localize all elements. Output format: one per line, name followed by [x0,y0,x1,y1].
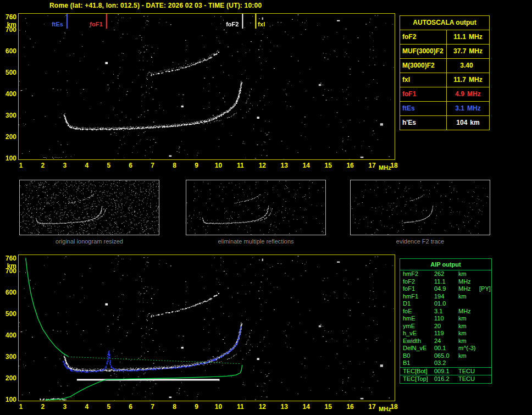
y-tick-label: 300 [1,353,16,361]
autoscala-row-hes: h'Es104km [400,116,489,130]
autoscala-param-label: foF1 [400,87,447,101]
aip-row-foe: foE3.1MHz [400,308,491,316]
autoscala-value-number: 3.1 [455,104,464,112]
x-tick-label: 15 [323,162,334,169]
aip-row-hmf1: hmF1194km [400,293,491,301]
autoscala-value-number: 11.7 [453,76,466,84]
x-tick-label: 14 [301,403,312,411]
aip-param-value: 262 [434,270,458,278]
thumbnail-caption-f2: evidence F2 trace [350,238,490,245]
x-tick-label: 3 [59,403,70,411]
x-tick-label: 1 [15,403,26,411]
aip-param-extra [479,323,491,330]
thumbnail-f2-trace [350,180,490,235]
aip-param-unit: MHz [458,285,479,293]
autoscala-param-value: 11.1MHz [447,30,489,44]
autoscala-value-number: 37.7 [453,47,466,55]
aip-row-hve: h_vE119km [400,330,491,337]
aip-param-label: hmF2 [400,270,434,278]
x-tick-label: 5 [103,162,114,169]
thumbnail-caption-reflections: eliminate multiple reflections [186,238,326,245]
x-tick-label: 12 [257,162,268,169]
aip-row-tecbot: TEC[Bot]009.1TECU [400,367,491,375]
x-tick-label: 3 [59,162,70,169]
x-tick-label: 5 [103,403,114,411]
aip-param-label: B1 [400,359,434,367]
aip-table-title: AIP output [400,259,491,270]
y-axis-unit-label: km [1,262,16,270]
x-axis-unit-label: MHz [379,406,391,412]
aip-param-unit: km [458,323,479,330]
page-title: Rome (lat: +41.8, lon: 012.5) - DATE: 20… [49,2,262,9]
autoscala-value-unit: MHz [467,104,481,112]
autoscala-value-unit: MHz [467,90,481,98]
autoscala-value-number: 3.40 [460,62,473,69]
aip-param-value: 194 [434,293,458,301]
autoscala-value-number: 104 [456,119,467,126]
profile-plot [18,254,395,401]
aip-param-extra [479,278,491,286]
autoscala-param-label: fxI [400,73,447,87]
autoscala-row-muf3000f2: MUF(3000)F237.7MHz [400,45,489,59]
ionogram-main-canvas [19,14,395,159]
aip-param-value: 110 [434,315,458,323]
aip-param-extra [479,293,491,301]
autoscala-param-value: 4.9MHz [447,87,489,101]
autoscala-value-unit: km [470,119,479,126]
autoscala-table-rows: foF211.1MHzMUF(3000)F237.7MHzM(3000)F23.… [400,30,489,130]
aip-param-unit: km [458,330,479,337]
x-tick-label: 1 [15,162,26,169]
aip-row-b0: B0065.0km [400,352,491,360]
autoscala-table-title: AUTOSCALA output [400,16,489,30]
x-tick-label: 8 [169,162,180,169]
autoscala-param-value: 37.7MHz [447,45,489,58]
aip-param-extra [479,308,491,316]
thumbnail-f2-canvas [351,180,490,235]
aip-param-unit [458,359,479,367]
autoscala-row-fof2: foF211.1MHz [400,30,489,45]
y-tick-label: 600 [1,47,16,55]
y-tick-label: 500 [1,69,16,76]
x-tick-label: 9 [191,162,202,169]
x-tick-label: 11 [235,162,246,169]
x-tick-label: 10 [213,403,224,411]
autoscala-row-fof1: foF14.9MHz [400,87,489,102]
autoscala-param-label: h'Es [400,116,447,130]
aip-row-yme: ymE20km [400,323,491,330]
y-tick-label: 760 [1,254,16,262]
aip-param-extra [479,375,491,383]
aip-param-value: 00.1 [434,345,458,352]
aip-param-label: TEC[Bot] [400,368,434,375]
marker-foF1-label: foF1 [90,21,103,27]
autoscala-param-value: 104km [447,116,489,130]
autoscala-row-fxi: fxI11.7MHz [400,73,489,87]
x-tick-label: 7 [147,162,158,169]
autoscala-output-table: AUTOSCALA output foF211.1MHzMUF(3000)F23… [400,15,490,130]
x-tick-label: 16 [345,403,356,411]
x-tick-label: 9 [191,403,202,411]
x-tick-label: 12 [257,403,268,411]
aip-param-label: DelN_vE [400,345,434,352]
autoscala-value-unit: MHz [469,47,483,55]
aip-param-value: 016.2 [434,375,458,383]
aip-param-unit: m^(-3) [458,345,479,352]
autoscala-viewer-window: Rome (lat: +41.8, lon: 012.5) - DATE: 20… [0,0,532,415]
aip-output-table: AIP output hmF2262kmfoF211.1MHzfoF104.9M… [400,258,492,384]
aip-param-value: 119 [434,330,458,337]
aip-row-b1: B103.2 [400,359,491,367]
aip-param-unit: TECU [458,368,479,375]
thumbnail-original-canvas [20,180,159,235]
aip-param-unit: TECU [458,375,479,383]
profile-canvas [19,255,395,401]
autoscala-row-m3000f2: M(3000)F23.40 [400,59,489,73]
x-tick-label: 2 [37,162,48,169]
aip-row-fof2: foF211.1MHz [400,278,491,286]
aip-param-extra [479,270,491,278]
thumbnail-original-ionogram [19,180,159,235]
marker-ftEs-label: ftEs [52,21,63,27]
autoscala-value-unit: MHz [469,33,483,41]
aip-param-value: 04.9 [434,285,458,293]
x-tick-label: 8 [169,403,180,411]
aip-param-label: D1 [400,300,434,308]
autoscala-param-label: ftEs [400,102,447,115]
